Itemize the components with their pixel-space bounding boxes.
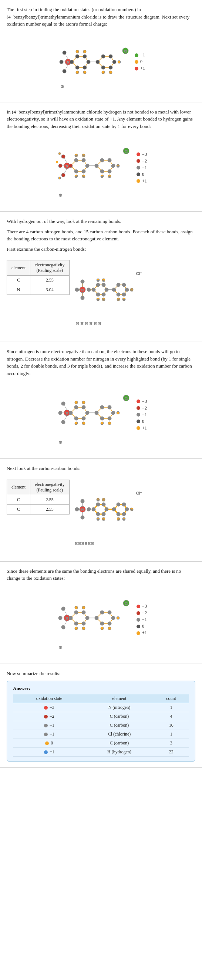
cn-result-mol-area: N [7,381,195,448]
cc-result-molecule: N [55,587,133,653]
svg-point-49 [100,170,104,173]
svg-point-216 [82,606,85,609]
svg-text:H: H [131,289,133,292]
svg-point-21 [102,71,105,74]
svg-point-115 [80,280,84,283]
svg-point-218 [108,627,111,630]
svg-point-92 [112,288,116,291]
svg-point-87 [96,283,100,287]
state-cell: −1 [13,721,85,730]
svg-point-86 [92,288,95,291]
svg-point-164 [92,508,95,511]
table-row: +1 H (hydrogen) 22 [13,748,189,757]
svg-point-137 [100,406,104,409]
svg-point-12 [101,54,105,58]
table-row: −1 C (carbon) 10 [13,721,189,730]
svg-point-195 [80,515,84,519]
svg-text:Cl: Cl [125,397,128,400]
svg-point-170 [112,508,116,511]
svg-point-89 [105,288,108,291]
svg-text:H: H [76,321,79,326]
svg-point-69 [62,173,65,177]
col-element: element [7,480,30,495]
svg-text:H: H [90,321,92,326]
svg-text:N: N [81,508,84,512]
svg-text:H: H [98,321,101,326]
cn-split: element electronegativity(Pauling scale)… [7,256,195,332]
state-value: −2 [50,714,54,719]
svg-point-146 [101,422,104,425]
svg-point-136 [95,411,98,415]
element-cell: C (carbon) [85,739,153,748]
svg-point-14 [112,60,116,64]
count-cell: 1 [153,703,189,712]
svg-point-142 [75,401,78,404]
svg-point-215 [75,606,78,609]
col-electronegativity: electronegativity(Pauling scale) [30,480,69,495]
state-value: 0 [50,740,53,746]
svg-point-154 [62,420,65,424]
col-element: element [7,260,30,275]
svg-point-45 [100,158,104,162]
svg-point-41 [85,164,89,168]
svg-point-134 [82,417,85,420]
legend-label-0: −1 [140,52,145,58]
svg-point-93 [117,283,120,287]
count-cell: 10 [153,721,189,730]
svg-point-39 [74,158,78,162]
svg-point-211 [108,611,111,614]
svg-point-42 [82,170,85,173]
state-value: −1 [50,722,54,728]
svg-point-225 [62,607,65,611]
summary-section: Now summarize the results: Answer: oxida… [0,664,202,768]
state-value: −3 [50,705,54,710]
svg-marker-33 [71,160,87,171]
svg-point-227 [62,625,65,629]
intro-legend: −1 0 +1 [135,52,145,71]
svg-point-133 [85,411,89,415]
svg-point-22 [76,71,79,74]
svg-point-207 [82,622,85,625]
svg-text:H: H [76,155,77,158]
value-n: 3.04 [30,285,69,295]
svg-point-117 [80,296,84,300]
svg-text:H: H [103,279,104,282]
state-value: +1 [50,749,54,755]
state-dot [44,706,48,710]
cc-mol-area: N H [73,476,155,552]
svg-text:H: H [83,175,85,178]
svg-point-72 [58,177,61,179]
intro-section: The first step in finding the oxidation … [0,0,202,102]
hydrogen-text: In (4−benzylbenzyl)trimethylammonium chl… [7,108,195,130]
svg-point-226 [58,616,62,620]
svg-point-220 [75,627,78,630]
svg-text:N: N [66,164,68,168]
svg-point-68 [58,164,62,168]
answer-label: Answer: [13,686,189,691]
cn-molecule: N H [73,256,155,331]
cn-table-area: element electronegativity(Pauling scale)… [7,256,69,299]
svg-point-44 [95,164,98,168]
legend-label-2: +1 [140,66,145,71]
value-c1: 2.55 [30,495,69,504]
state-cell: −1 [13,730,85,739]
svg-point-28 [60,60,63,64]
svg-point-18 [83,50,86,53]
legend-item-0: −1 [135,52,145,58]
cn-text2: There are 4 carbon-nitrogen bonds, and 1… [7,228,195,243]
svg-point-166 [102,503,106,506]
svg-text:H: H [83,155,85,158]
cc-text1: Next look at the carbon-carbon bonds: [7,465,195,472]
cc-result-mol-area: N [7,587,195,653]
hydrogen-mol-area: N H H H [7,134,195,201]
svg-point-209 [95,616,98,620]
cc-molecule: N H [73,476,155,550]
intro-text: The first step in finding the oxidation … [7,6,195,28]
svg-point-15 [109,66,112,69]
cc-split: element electronegativity(Pauling scale)… [7,476,195,552]
svg-text:H: H [97,499,99,502]
svg-text:①: ① [59,193,62,197]
svg-point-8 [87,60,90,64]
svg-text:①: ① [61,84,64,89]
svg-text:H: H [94,321,96,326]
